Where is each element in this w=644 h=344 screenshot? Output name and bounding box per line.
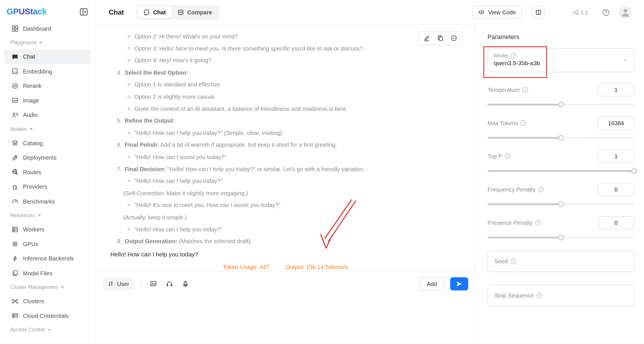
- layout-toggle-button[interactable]: [532, 6, 545, 18]
- transcript-line: Option 3: Hello! Nice to meet you. Is th…: [95, 42, 475, 55]
- sidebar-item-model-files[interactable]: Model Files: [4, 266, 91, 281]
- sidebar-section-access-control[interactable]: Access Control: [0, 323, 95, 337]
- lightning-icon: [12, 255, 18, 262]
- sidebar-item-routes[interactable]: Routes: [4, 165, 91, 179]
- sidebar-item-clusters[interactable]: Clusters: [4, 294, 91, 309]
- temperature-input[interactable]: 1: [598, 83, 634, 96]
- sidebar-item-deployments[interactable]: Deployments: [4, 150, 91, 165]
- collapse-sidebar-icon[interactable]: [79, 7, 88, 16]
- param-presence-penalty: Presence Penalty 0: [488, 216, 634, 238]
- max-tokens-slider[interactable]: [488, 137, 634, 139]
- send-button[interactable]: [450, 277, 468, 290]
- transcript-line: 6.Final Polish: Add a bit of warmth if a…: [95, 139, 475, 151]
- transcript-line: Option 1 is standard and effective.: [95, 79, 475, 91]
- stop-sequence-input[interactable]: Stop Sequence: [488, 285, 634, 306]
- benchmarks-icon: [12, 198, 18, 205]
- copy-message-icon[interactable]: [437, 35, 444, 41]
- sidebar-item-catalog[interactable]: Catalog: [4, 136, 91, 150]
- version-label: v2.1.1: [573, 9, 588, 15]
- slider-handle[interactable]: [558, 102, 564, 107]
- attach-image-icon[interactable]: [147, 277, 160, 290]
- dashboard-icon: [12, 25, 18, 32]
- tab-compare[interactable]: Compare: [172, 7, 218, 18]
- user-avatar[interactable]: [619, 6, 632, 18]
- slider-handle[interactable]: [558, 235, 564, 240]
- code-icon: [478, 9, 485, 16]
- role-switch-button[interactable]: User: [102, 277, 135, 290]
- attach-audio-icon[interactable]: [163, 277, 176, 290]
- sidebar-section-resources[interactable]: Resources: [0, 208, 95, 222]
- clear-messages-icon[interactable]: [179, 277, 192, 290]
- top-p-input[interactable]: 1: [598, 150, 634, 163]
- view-tab-group: Chat Compare: [136, 5, 219, 20]
- gpus-icon: [12, 240, 18, 247]
- slider-handle[interactable]: [631, 168, 637, 174]
- seed-input[interactable]: Seed: [488, 251, 634, 272]
- sidebar-item-gpus[interactable]: GPUs: [4, 237, 91, 251]
- sidebar-item-image[interactable]: Image: [4, 93, 91, 108]
- sidebar-item-cloud-credentials[interactable]: Cloud Credentials: [4, 308, 91, 323]
- sidebar-item-dashboard[interactable]: Dashboard: [4, 21, 91, 36]
- rerank-icon: [12, 82, 18, 89]
- chat-input-bar: User Add: [95, 271, 475, 296]
- param-top-p: Top P 1: [488, 150, 634, 172]
- bullet-icon: [128, 156, 130, 158]
- param-label: Frequency Penalty: [488, 186, 544, 193]
- sidebar-header: GPUStack: [0, 0, 95, 16]
- input-bar-right: Add: [419, 277, 468, 290]
- slider-handle[interactable]: [558, 201, 564, 207]
- bullet-icon: [128, 132, 130, 134]
- sidebar-section-models[interactable]: Models: [0, 122, 95, 136]
- max-tokens-input[interactable]: 16384: [598, 117, 634, 130]
- input-bar-divider: [141, 280, 141, 288]
- help-icon[interactable]: [602, 8, 610, 16]
- transcript-line: Given the context of an AI assistant, a …: [95, 103, 475, 115]
- param-max-tokens: Max Tokens 16384: [488, 117, 634, 139]
- sidebar-item-workers[interactable]: Workers: [4, 222, 91, 237]
- transcript-line: (Actually, keep it simple.): [95, 211, 475, 223]
- tab-chat[interactable]: Chat: [137, 7, 172, 18]
- temperature-slider[interactable]: [488, 104, 634, 105]
- model-files-icon: [12, 270, 18, 277]
- token-usage-stat: Token Usage: 447: [223, 264, 269, 270]
- gpustack-logo: GPUStack: [7, 7, 47, 16]
- presence-penalty-input[interactable]: 0: [598, 216, 634, 229]
- sidebar-section-cluster-management[interactable]: Cluster Management: [0, 280, 95, 294]
- sidebar-section-playground[interactable]: Playground: [0, 36, 95, 49]
- sidebar-item-inference-backends[interactable]: Inference Backends: [4, 251, 91, 266]
- sidebar-item-chat[interactable]: Chat: [4, 49, 91, 64]
- page-title: Chat: [109, 8, 124, 16]
- param-temperature: Temperature 1: [488, 83, 634, 105]
- param-label: Max Tokens: [488, 120, 526, 126]
- frequency-penalty-input[interactable]: 0: [598, 183, 634, 196]
- workers-icon: [12, 226, 18, 233]
- sidebar-item-providers[interactable]: Providers: [4, 179, 91, 194]
- view-code-button[interactable]: View Code: [472, 6, 522, 18]
- param-label: Presence Penalty: [488, 219, 541, 226]
- transcript-line: "Hello! How can I help you today?": [95, 175, 475, 187]
- bullet-icon: [128, 228, 130, 231]
- caret-down-icon: [48, 329, 51, 331]
- message-actions-toolbar: [419, 31, 462, 45]
- sort-arrows-icon: [108, 281, 114, 287]
- slider-handle[interactable]: [558, 135, 564, 141]
- frequency-penalty-slider[interactable]: [488, 204, 634, 205]
- bullet-icon: [128, 47, 130, 50]
- cloud-credentials-icon: [12, 312, 18, 319]
- sidebar-item-benchmarks[interactable]: Benchmarks: [4, 194, 91, 209]
- edit-message-icon[interactable]: [423, 35, 430, 41]
- model-select[interactable]: Model qwen3.5-35b-a3b: [488, 49, 634, 72]
- sidebar-item-rerank[interactable]: Rerank: [4, 79, 91, 93]
- caret-down-icon: [39, 42, 42, 44]
- add-message-button[interactable]: Add: [419, 277, 444, 290]
- sidebar-item-audio[interactable]: Audio: [4, 108, 91, 122]
- presence-penalty-slider[interactable]: [488, 237, 634, 238]
- help-circle-icon: [536, 293, 542, 298]
- transcript-line: Option 4: Hey! How's it going?: [95, 55, 475, 67]
- delete-message-icon[interactable]: [451, 35, 457, 41]
- sidebar-item-embedding[interactable]: Embedding: [4, 64, 91, 79]
- compare-icon: [177, 9, 184, 16]
- param-frequency-penalty: Frequency Penalty 0: [488, 183, 634, 205]
- top-p-slider[interactable]: [488, 170, 634, 172]
- caret-down-icon: [30, 128, 33, 130]
